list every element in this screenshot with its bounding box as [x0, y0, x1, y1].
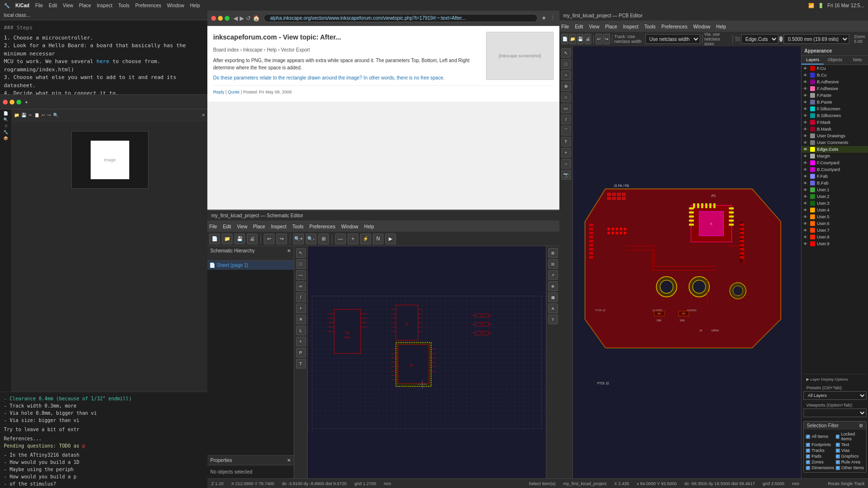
sel-checkbox[interactable]: ✓	[806, 466, 810, 470]
sch-addsym-btn[interactable]: +	[296, 337, 306, 346]
sch-menu-window[interactable]: Window	[341, 224, 358, 229]
layer-item[interactable]: 👁 User.3	[801, 200, 868, 207]
layer-visibility-icon[interactable]: 👁	[803, 127, 808, 132]
sel-filter-item[interactable]: ✓ Locked Items	[836, 432, 865, 441]
pcb-text-btn[interactable]: T	[561, 137, 571, 146]
sch-rt-3[interactable]: ↗	[548, 270, 558, 280]
pcb-photo-btn[interactable]: 📷	[561, 170, 571, 180]
close-button[interactable]	[211, 16, 216, 21]
sel-checkbox[interactable]: ✓	[836, 460, 840, 464]
sel-filter-item[interactable]: ✓ Tracks	[806, 448, 835, 453]
pcb-save-btn[interactable]: 💾	[577, 34, 583, 44]
thickness-select[interactable]: 0.5000 mm (19.69 mils)	[784, 34, 849, 44]
layer-visibility-icon[interactable]: 👁	[803, 154, 808, 158]
pcb-menu-edit[interactable]: Edit	[575, 24, 583, 29]
layer-item[interactable]: 👁 B.Fab	[801, 180, 868, 186]
sch-redo-btn[interactable]: ↪	[276, 234, 287, 244]
layer-visibility-icon[interactable]: 👁	[803, 242, 808, 246]
sch-menu-edit[interactable]: Edit	[223, 224, 231, 229]
layer-item[interactable]: 👁 User.8	[801, 234, 868, 240]
pcb-undo-btn[interactable]: ↩	[596, 34, 602, 44]
sch-menu-tools[interactable]: Tools	[292, 224, 303, 229]
track-select[interactable]: Use netclass width	[645, 34, 700, 44]
hierarchy-sheet[interactable]: 📄 Sheet (page 1)	[207, 261, 294, 270]
sel-filter-item[interactable]: ✓ Rule Area	[836, 460, 865, 464]
layer-item[interactable]: 👁 User.9	[801, 240, 868, 247]
pcb-menu-inspect[interactable]: Inspect	[623, 24, 638, 29]
pcb-print-btn[interactable]: 🖨	[584, 34, 591, 44]
home-icon[interactable]: 🏠	[253, 15, 260, 22]
sch-wire-tool[interactable]: —	[296, 270, 306, 280]
sch-rt-4[interactable]: ⊕	[548, 281, 558, 291]
sel-checkbox[interactable]: ✓	[836, 435, 840, 439]
menu-edit[interactable]: Edit	[49, 3, 57, 8]
tab-nets[interactable]: Nets	[846, 56, 868, 65]
sel-checkbox[interactable]: ✓	[806, 435, 810, 439]
sch-cursor-btn[interactable]: ↖	[296, 248, 306, 258]
pcb-line-btn[interactable]: /	[561, 115, 571, 124]
sch-rt-7[interactable]: T	[548, 315, 558, 324]
layer-item[interactable]: 👁 User Drawings	[801, 132, 868, 139]
sch-wire-btn[interactable]: —	[335, 234, 346, 244]
menu-tools[interactable]: Tools	[118, 3, 129, 8]
pcb-fan-btn[interactable]: ⊕	[561, 81, 571, 91]
pcb-canvas[interactable]: J3 PA / PB PC FTDI J2 J4 UPD1	[573, 46, 801, 478]
sel-filter-item[interactable]: ✓ Footprints	[806, 442, 835, 447]
layer-visibility-icon[interactable]: 👁	[803, 73, 808, 78]
back-icon[interactable]: ◀	[233, 15, 238, 22]
pcb-select-btn[interactable]: □	[561, 59, 571, 69]
browser-url-bar[interactable]: alpha.inkscape.org/vectors/www.inkscapef…	[264, 14, 538, 22]
properties-close[interactable]: ✕	[287, 458, 291, 463]
layer-visibility-icon[interactable]: 👁	[803, 114, 808, 118]
layer-item[interactable]: 👁 F.Paste	[801, 92, 868, 99]
layer-visibility-icon[interactable]: 👁	[803, 93, 808, 98]
viewports-select[interactable]	[803, 409, 867, 417]
sel-checkbox[interactable]: ✓	[806, 460, 810, 464]
sch-add-symbol-btn[interactable]: +	[348, 234, 358, 244]
sel-filter-item[interactable]: ✓ Other Items	[836, 465, 865, 470]
pcb-menu-file[interactable]: File	[561, 24, 569, 29]
sel-checkbox[interactable]: ✓	[806, 448, 810, 453]
forward-icon[interactable]: ▶	[240, 15, 244, 22]
sch-menu-inspect[interactable]: Inspect	[271, 224, 286, 229]
layer-visibility-icon[interactable]: 👁	[803, 87, 808, 91]
layer-visibility-icon[interactable]: 👁	[803, 201, 808, 206]
layer-select[interactable]: Edge.Cuts	[741, 34, 778, 44]
layer-item[interactable]: 👁 User.7	[801, 227, 868, 234]
layer-item[interactable]: 👁 B.Silkscreen	[801, 112, 868, 119]
layer-item[interactable]: 👁 F.Fab	[801, 173, 868, 180]
layer-visibility-icon[interactable]: 👁	[803, 168, 808, 172]
sel-checkbox[interactable]: ✓	[806, 443, 810, 447]
menu-file[interactable]: File	[35, 3, 43, 8]
editor-canvas[interactable]: Image	[12, 121, 207, 392]
layer-item[interactable]: 👁 User Comments	[801, 139, 868, 146]
menu-window[interactable]: Window	[167, 3, 184, 8]
layer-item[interactable]: 👁 B.Courtyard	[801, 166, 868, 173]
sch-rt-1[interactable]: ⊞	[548, 248, 558, 258]
sch-rt-6[interactable]: A	[548, 303, 558, 313]
sel-checkbox[interactable]: ✓	[836, 466, 840, 470]
sch-zoom-out-btn[interactable]: 🔍-	[306, 234, 316, 244]
layer-visibility-icon[interactable]: 👁	[803, 215, 808, 219]
pcb-menu-tools[interactable]: Tools	[644, 24, 655, 29]
sch-rt-2[interactable]: ⊟	[548, 259, 558, 269]
layer-visibility-icon[interactable]: 👁	[803, 141, 808, 145]
layer-item[interactable]: 👁 User.6	[801, 220, 868, 227]
pcb-footprint-btn[interactable]: +	[561, 148, 571, 158]
layer-visibility-icon[interactable]: 👁	[803, 174, 808, 179]
menu-view[interactable]: View	[63, 3, 73, 8]
sch-add-power-btn[interactable]: ⚡	[360, 234, 371, 244]
pcb-menu-prefs[interactable]: Preferences	[661, 24, 687, 29]
maximize-button[interactable]	[225, 16, 230, 21]
layer-item[interactable]: 👁 Edge.Cuts	[801, 146, 868, 153]
layer-visibility-icon[interactable]: 👁	[803, 161, 808, 165]
layer-item[interactable]: 👁 B.Paste	[801, 99, 868, 106]
sch-save-btn[interactable]: 💾	[234, 234, 245, 244]
menu-inspect[interactable]: Inspect	[97, 3, 112, 8]
sch-text-btn[interactable]: T	[296, 359, 306, 369]
sch-open-btn[interactable]: 📁	[222, 234, 232, 244]
sch-undo-btn[interactable]: ↩	[264, 234, 274, 244]
layer-visibility-icon[interactable]: 👁	[803, 235, 808, 239]
browser-bookmark[interactable]: ★	[542, 15, 546, 21]
presets-select[interactable]: All Layers	[803, 391, 867, 400]
